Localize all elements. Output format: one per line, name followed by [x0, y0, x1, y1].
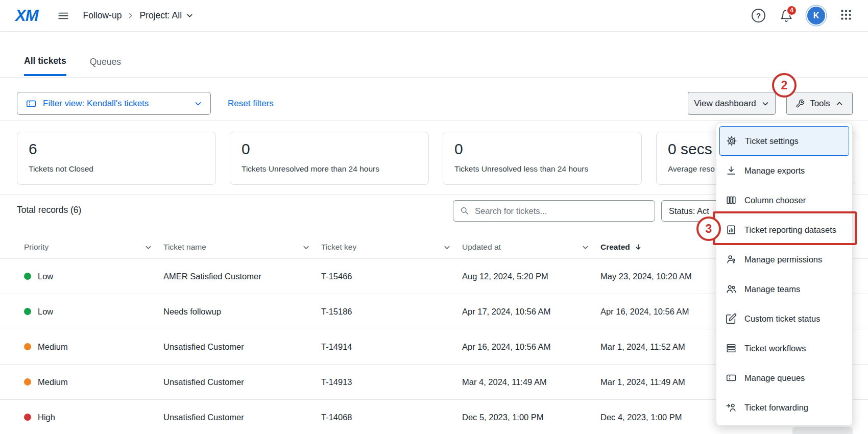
stat-label: Tickets Unresolved less than 24 hours: [454, 164, 630, 174]
chevron-down-icon: [194, 100, 202, 108]
stat-card-not-closed: 6 Tickets not Closed: [17, 132, 216, 185]
topbar-actions: ? 4 K: [752, 7, 853, 25]
view-dashboard-button[interactable]: View dashboard: [688, 92, 776, 115]
column-header-ticket-key[interactable]: Ticket key: [321, 243, 462, 252]
chevron-down-icon: [443, 244, 451, 251]
total-records-label: Total records (6): [17, 205, 81, 215]
xm-logo: XM: [15, 7, 38, 25]
stat-label: Tickets not Closed: [29, 164, 204, 174]
menu-item-manage-exports[interactable]: Manage exports: [716, 156, 852, 185]
divider: [0, 120, 868, 121]
filter-view-label: Filter view: Kendall's tickets: [43, 99, 149, 109]
project-filter-label: Project: All: [139, 10, 182, 21]
cell-ticket-name: Unsatisfied Customer: [163, 342, 321, 352]
workflow-icon: [726, 343, 737, 354]
reset-filters-link[interactable]: Reset filters: [228, 92, 274, 115]
annotation-step-2: 2: [772, 73, 797, 98]
ticket-icon: [726, 372, 737, 383]
hamburger-icon: [57, 9, 70, 22]
chevron-right-icon: [127, 12, 134, 19]
cell-updated-at: Dec 5, 2023, 1:00 PM: [462, 413, 600, 422]
divider: [0, 77, 868, 78]
column-header-ticket-name[interactable]: Ticket name: [163, 243, 321, 252]
tools-menu: Ticket settings Manage exports Column ch…: [716, 123, 853, 426]
priority-dot: [24, 414, 31, 421]
breadcrumb: Follow-up Project: All: [83, 10, 194, 21]
stat-value: 0: [242, 140, 417, 158]
chevron-down-icon: [582, 244, 589, 251]
priority-dot: [24, 308, 31, 315]
person-key-icon: [726, 254, 737, 265]
cell-ticket-key: T-15186: [321, 307, 462, 317]
search-icon: [460, 206, 470, 216]
question-mark-icon: ?: [756, 11, 761, 20]
menu-item-ticket-workflows[interactable]: Ticket workflows: [716, 333, 852, 363]
chevron-up-icon: [835, 100, 843, 108]
person-arrow-icon: [726, 402, 737, 413]
sort-desc-icon: [634, 243, 642, 251]
chevron-down-icon: [144, 244, 152, 251]
stat-value: 0: [454, 140, 630, 158]
menu-item-manage-permissions[interactable]: Manage permissions: [716, 245, 852, 274]
cell-updated-at: Aug 12, 2024, 5:20 PM: [462, 272, 600, 281]
cell-ticket-name: AMER Satisfied Customer: [163, 272, 321, 281]
cell-updated-at: Apr 16, 2024, 10:56 AM: [462, 342, 600, 352]
tools-button[interactable]: Tools: [786, 92, 853, 115]
cell-ticket-key: T-14914: [321, 342, 462, 352]
gear-icon: [726, 135, 737, 147]
tools-label: Tools: [810, 99, 830, 109]
cell-ticket-name: Needs followup: [163, 307, 321, 317]
view-dashboard-label: View dashboard: [694, 99, 756, 109]
cell-ticket-key: T-14913: [321, 377, 462, 387]
cell-updated-at: Mar 4, 2024, 11:49 AM: [462, 377, 600, 387]
people-icon: [726, 283, 737, 295]
chevron-down-icon: [761, 100, 769, 108]
menu-item-ticket-reporting-datasets[interactable]: Ticket reporting datasets: [716, 215, 852, 245]
ticket-tabs: All tickets Queues: [24, 56, 121, 76]
stat-value: 6: [29, 140, 204, 158]
column-chooser-icon: [726, 195, 737, 206]
filter-view-dropdown[interactable]: Filter view: Kendall's tickets: [17, 92, 211, 115]
menu-item-custom-ticket-status[interactable]: Custom ticket status: [716, 304, 852, 333]
wrench-icon: [795, 99, 805, 108]
stat-card-unresolved-more-24h: 0 Tickets Unresolved more than 24 hours: [230, 132, 429, 185]
column-header-updated-at[interactable]: Updated at: [462, 243, 600, 252]
stat-label: Tickets Unresolved more than 24 hours: [242, 164, 417, 174]
cell-ticket-name: Unsatisfied Customer: [163, 377, 321, 387]
menu-item-manage-teams[interactable]: Manage teams: [716, 274, 852, 304]
chevron-down-icon: [302, 244, 310, 251]
notification-badge: 4: [786, 5, 797, 16]
global-nav-menu-button[interactable]: [55, 7, 72, 25]
ticket-search[interactable]: [453, 200, 655, 222]
report-dataset-icon: [726, 224, 737, 235]
cell-ticket-key: T-15466: [321, 272, 462, 281]
column-header-priority[interactable]: Priority: [24, 243, 163, 252]
download-icon: [726, 165, 737, 176]
breadcrumb-project[interactable]: Follow-up: [83, 10, 122, 21]
priority-dot: [24, 273, 31, 280]
menu-item-ticket-settings[interactable]: Ticket settings: [719, 126, 849, 156]
avatar[interactable]: K: [807, 7, 825, 25]
search-input[interactable]: [475, 206, 648, 216]
app-switcher-button[interactable]: [839, 8, 853, 23]
cell-updated-at: Apr 17, 2024, 10:56 AM: [462, 307, 600, 317]
menu-item-column-chooser[interactable]: Column chooser: [716, 185, 852, 215]
notifications-button[interactable]: 4: [780, 9, 793, 22]
annotation-step-3: 3: [696, 216, 721, 241]
tab-all-tickets[interactable]: All tickets: [24, 56, 66, 76]
ticket-icon: [26, 98, 37, 109]
project-filter-dropdown[interactable]: Project: All: [139, 10, 194, 21]
menu-item-ticket-forwarding[interactable]: Ticket forwarding: [716, 393, 852, 422]
menu-item-manage-queues[interactable]: Manage queues: [716, 363, 852, 393]
priority-dot: [24, 378, 31, 385]
partial-element-bottom-right: [792, 427, 853, 434]
edit-icon: [726, 313, 737, 324]
help-button[interactable]: ?: [752, 9, 765, 22]
stat-card-unresolved-less-24h: 0 Tickets Unresolved less than 24 hours: [443, 132, 642, 185]
cell-ticket-name: Unsatisfied Customer: [163, 413, 321, 422]
chevron-down-icon: [186, 12, 194, 19]
cell-ticket-key: T-14068: [321, 413, 462, 422]
topbar: XM Follow-up Project: All ? 4 K: [0, 0, 868, 32]
tab-queues[interactable]: Queues: [90, 56, 121, 76]
priority-dot: [24, 343, 31, 350]
